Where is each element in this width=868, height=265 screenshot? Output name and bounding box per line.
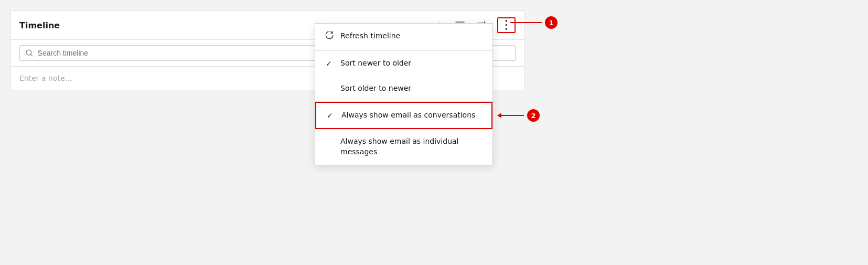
conversations-check-icon: ✓: [327, 111, 337, 121]
dropdown-menu: Refresh timeline ✓ Sort newer to older S…: [315, 23, 493, 165]
dropdown-item-conversations[interactable]: ✓ Always show email as conversations: [315, 102, 492, 130]
dropdown-item-individual[interactable]: Always show email as individual messages: [315, 129, 492, 164]
annotation-1: 1: [510, 16, 558, 29]
annotation-arrow-2: [498, 115, 524, 116]
annotation-badge-1: 1: [545, 16, 558, 29]
refresh-label: Refresh timeline: [340, 31, 482, 41]
conversations-label: Always show email as conversations: [341, 110, 481, 121]
dropdown-item-sort-newer[interactable]: ✓ Sort newer to older: [315, 51, 492, 77]
dropdown-item-refresh[interactable]: Refresh timeline: [315, 24, 492, 51]
annotation-2-wrap: ✓ Always show email as conversations 2: [315, 102, 492, 130]
sort-older-label: Sort older to newer: [340, 83, 482, 94]
main-container: Timeline + ⋮: [0, 0, 868, 265]
sort-newer-check-icon: ✓: [326, 59, 336, 69]
refresh-icon: [326, 31, 336, 43]
sort-newer-label: Sort newer to older: [340, 58, 482, 69]
search-icon: [25, 49, 34, 57]
annotation-2: 2: [498, 109, 540, 122]
dropdown-item-sort-older[interactable]: Sort older to newer: [315, 76, 492, 102]
annotation-line-1: [510, 22, 542, 23]
more-button-wrapper: ⋮ 1: [497, 17, 516, 33]
annotation-badge-2: 2: [527, 109, 540, 122]
individual-label: Always show email as individual messages: [340, 136, 482, 157]
